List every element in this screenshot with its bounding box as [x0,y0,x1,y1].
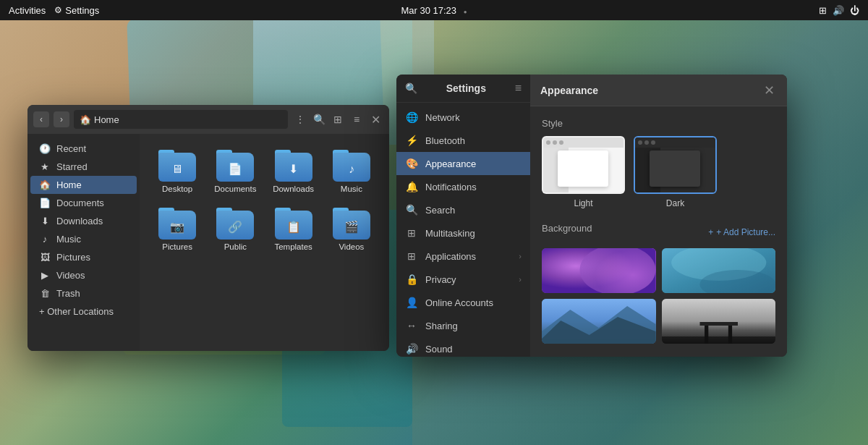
svg-rect-11 [699,322,738,326]
settings-appearance-content: Style [530,106,787,357]
settings-window: 🔍 Settings ≡ 🌐 Network ⚡ Bluetooth 🎨 App… [396,75,787,357]
settings-title: Settings [446,82,486,94]
settings-nav-appearance[interactable]: 🎨 Appearance [396,152,530,175]
light-label: Light [574,198,592,208]
gear-icon: ⚙ [54,5,62,15]
dark-theme-preview [634,136,717,194]
file-manager-window: ‹ › 🏠 Home ⋮ 🔍 ⊞ ≡ ✕ 🕐 Recent ★ Starred … [27,105,389,351]
background-section-label: Background [542,223,592,234]
settings-nav-online-accounts[interactable]: 👤 Online Accounts [396,291,530,314]
folder-public[interactable]: 🔗 Public [209,203,261,255]
videos-icon: ▶ [39,270,51,281]
settings-header: 🔍 Settings ≡ [396,75,530,103]
topbar-clock: Mar 30 17:23 ● [401,5,467,16]
recent-icon: 🕐 [39,143,51,154]
documents-icon: 📄 [39,198,51,208]
privacy-icon: 🔒 [405,274,418,285]
online-accounts-icon: 👤 [405,297,418,308]
fm-back-button[interactable]: ‹ [33,111,49,127]
folder-icon: 📋 [275,208,312,240]
bg-thumbnail-teal[interactable] [662,248,776,293]
file-manager-titlebar: ‹ › 🏠 Home ⋮ 🔍 ⊞ ≡ ✕ [27,105,389,134]
dark-label: Dark [666,198,684,208]
folder-downloads[interactable]: ⬇ Downloads [268,145,320,198]
svg-rect-12 [662,336,776,344]
folder-icon: 🔗 [216,208,254,240]
topbar-system-icons: ⊞ 🔊 ⏻ [819,5,859,16]
trash-icon: 🗑 [39,288,51,299]
sharing-icon: ↔ [405,320,418,331]
chevron-right-icon: › [519,275,522,284]
sidebar-item-videos[interactable]: ▶ Videos [30,266,137,284]
style-option-dark[interactable]: Dark [634,136,717,208]
add-picture-button[interactable]: + + Add Picture... [708,227,775,237]
bg-svg-mountains [542,299,656,344]
sidebar-item-starred[interactable]: ★ Starred [30,158,137,176]
settings-sidebar: 🔍 Settings ≡ 🌐 Network ⚡ Bluetooth 🎨 App… [396,75,530,357]
home-folder-icon: 🏠 [39,179,51,190]
settings-search-icon[interactable]: 🔍 [405,82,417,94]
bg-thumbnail-dark-dock[interactable] [662,299,776,344]
fm-path-bar[interactable]: 🏠 Home [74,110,288,129]
fm-menu-dots-button[interactable]: ⋮ [292,111,308,127]
bg-svg-teal [662,248,776,293]
home-icon: 🏠 [80,114,91,125]
settings-nav-notifications[interactable]: 🔔 Notifications [396,175,530,198]
power-tray-icon[interactable]: ⏻ [850,5,859,16]
network-icon: 🌐 [405,111,418,123]
bg-svg-dock [662,299,776,344]
file-manager-content: 🖥 Desktop 📄 Documents [140,134,389,351]
sidebar-item-documents[interactable]: 📄 Documents [30,194,137,212]
settings-nav-search[interactable]: 🔍 Search [396,198,530,221]
network-tray-icon[interactable]: ⊞ [819,5,827,16]
settings-nav-sound[interactable]: 🔊 Sound [396,337,530,357]
fm-close-button[interactable]: ✕ [367,111,383,127]
folder-documents[interactable]: 📄 Documents [209,145,261,198]
multitasking-icon: ⊞ [405,227,418,239]
style-option-light[interactable]: Light [542,136,625,208]
activities-button[interactable]: Activities [9,5,46,16]
folder-desktop[interactable]: 🖥 Desktop [151,145,203,198]
settings-nav-multitasking[interactable]: ⊞ Multitasking [396,221,530,245]
folder-icon: ♪ [333,150,370,182]
fm-forward-button[interactable]: › [54,111,69,127]
fm-search-button[interactable]: 🔍 [311,111,327,127]
background-grid [542,248,775,344]
plus-icon: + [708,227,713,237]
settings-nav-privacy[interactable]: 🔒 Privacy › [396,268,530,291]
settings-close-button[interactable]: ✕ [761,82,777,98]
bg-thumbnail-blue-mountains[interactable] [542,299,656,344]
sidebar-item-downloads[interactable]: ⬇ Downloads [30,212,137,230]
settings-nav: 🌐 Network ⚡ Bluetooth 🎨 Appearance 🔔 Not… [396,103,530,357]
folder-videos[interactable]: 🎬 Videos [326,203,378,255]
fm-view-list-button[interactable]: ≡ [349,111,365,127]
folder-icon: 📄 [216,150,254,182]
starred-icon: ★ [39,161,51,172]
volume-tray-icon[interactable]: 🔊 [833,5,844,16]
fm-toolbar-actions: ⋮ 🔍 ⊞ ≡ ✕ [292,111,383,127]
sidebar-item-recent[interactable]: 🕐 Recent [30,140,137,158]
folder-music[interactable]: ♪ Music [326,145,378,198]
sidebar-item-home[interactable]: 🏠 Home [30,176,137,194]
folder-pictures[interactable]: 📷 Pictures [151,203,203,255]
bg-thumbnail-purple[interactable] [542,248,656,293]
settings-launcher[interactable]: ⚙ Settings [54,5,99,16]
chevron-right-icon: › [519,252,522,260]
settings-nav-sharing[interactable]: ↔ Sharing [396,314,530,337]
settings-titlebar: Appearance ✕ [530,75,787,106]
settings-nav-applications[interactable]: ⊞ Applications › [396,245,530,268]
background-header: Background + + Add Picture... [542,223,775,241]
fm-view-grid-button[interactable]: ⊞ [330,111,346,127]
folder-templates[interactable]: 📋 Templates [268,203,320,255]
folder-icon: 🎬 [333,208,370,240]
sidebar-item-trash[interactable]: 🗑 Trash [30,284,137,302]
settings-nav-bluetooth[interactable]: ⚡ Bluetooth [396,129,530,152]
folder-icon: 🖥 [158,150,196,182]
sidebar-item-music[interactable]: ♪ Music [30,230,137,248]
bg-svg-purple [542,248,656,293]
bluetooth-icon: ⚡ [405,135,418,146]
settings-menu-icon[interactable]: ≡ [515,82,522,95]
sidebar-item-pictures[interactable]: 🖼 Pictures [30,248,137,266]
settings-nav-network[interactable]: 🌐 Network [396,106,530,129]
sidebar-item-other-locations[interactable]: + Other Locations [30,302,137,321]
